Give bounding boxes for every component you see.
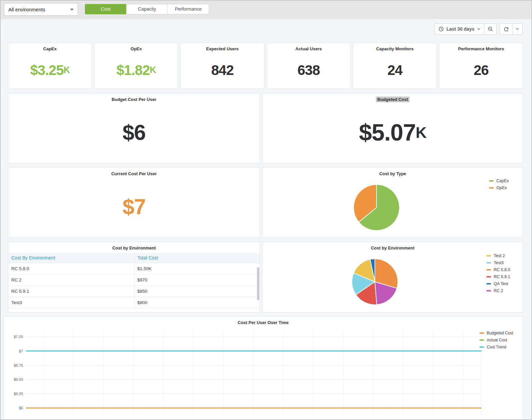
legend-item-test-2[interactable]: Test 2 (486, 253, 510, 258)
refresh-icon (503, 26, 509, 32)
top-bar: All environments CostCapacityPerformance (1, 1, 531, 19)
panel-budgeted-cost: Budgeted Cost $5.07K (262, 93, 523, 163)
panel-title[interactable]: Cost by Environment (8, 242, 260, 251)
stat-number: 24 (388, 62, 402, 78)
legend-swatch (486, 276, 491, 277)
panel-title[interactable]: Expected Users (181, 43, 264, 52)
y-axis-tick: $6.75 (14, 363, 23, 367)
legend-swatch (479, 339, 484, 341)
cost-by-environment-table: Cost By EnvironmentTotal CostRC 5.8.0$1.… (8, 253, 260, 308)
table-cell: $1.50K (134, 263, 260, 274)
environment-dropdown[interactable]: All environments (4, 3, 78, 16)
y-axis-tick: $6.25 (14, 392, 23, 396)
panel-title[interactable]: Current Cost Per User (8, 168, 260, 177)
legend-item-actual-cost[interactable]: Actual Cost (479, 338, 513, 342)
stat-value: $6 (8, 102, 260, 163)
panel-title[interactable]: Cost by Environment (263, 242, 523, 251)
legend-item-qa-test[interactable]: QA Test (486, 281, 510, 286)
stat-panel-performance-monitors: Performance Monitors26 (439, 43, 523, 89)
panel-title[interactable]: Capacity Monitors (353, 43, 436, 52)
stats-row: CapEx$3.25KOpEx$1.82KExpected Users842Ac… (8, 43, 523, 89)
clock-icon (438, 26, 444, 32)
legend-item-test3[interactable]: Test3 (486, 260, 510, 265)
panel-title[interactable]: Performance Monitors (439, 43, 523, 52)
stat-value: $5.07K (263, 102, 523, 163)
table-row: Test3$800 (8, 297, 260, 308)
legend-label: OpEx (496, 186, 507, 190)
panel-title[interactable]: OpEx (95, 43, 178, 52)
legend-swatch (486, 269, 491, 270)
refresh-button[interactable] (500, 23, 512, 35)
stat-value: $7 (8, 177, 260, 237)
panel-current-cost-per-user: Current Cost Per User $7 (8, 168, 260, 237)
legend-item-rc-5-8-0[interactable]: RC 5.8.0 (486, 267, 510, 272)
environment-dropdown-value: All environments (8, 7, 45, 12)
stat-suffix: K (64, 65, 70, 75)
legend-label: Test 2 (494, 253, 505, 258)
time-range-label: Last 30 days (446, 26, 474, 32)
zoom-out-button[interactable] (484, 23, 497, 35)
stat-number: $1.82 (117, 62, 150, 78)
panel-title[interactable]: Budget Cost Per User (8, 94, 260, 102)
legend-swatch (486, 290, 491, 291)
panel-title[interactable]: Actual Users (267, 43, 350, 52)
legend-swatch (479, 332, 484, 334)
stat-number: 638 (297, 62, 320, 78)
cost-by-type-pie-chart[interactable] (352, 183, 401, 232)
table-cell: $850 (134, 286, 260, 297)
legend-item-capex[interactable]: CapEx (489, 179, 509, 183)
tab-capacity[interactable]: Capacity (126, 4, 168, 14)
stat-value: 842 (181, 52, 264, 89)
legend-item-rc-5-9-1[interactable]: RC 5.9.1 (486, 274, 510, 279)
stat-panel-expected-users: Expected Users842 (180, 43, 264, 89)
chevron-down-icon (70, 9, 74, 11)
panel-title[interactable]: Cost Per User Over Time (4, 317, 523, 325)
y-axis-tick: $6 (19, 406, 23, 410)
cost-by-environment-legend: Test 2Test3RC 5.8.0RC 5.9.1QA TestRC 2 (486, 253, 510, 293)
legend-swatch (479, 346, 484, 348)
tab-cost[interactable]: Cost (85, 4, 127, 14)
stat-panel-opex: OpEx$1.82K (94, 43, 178, 89)
table-scrollbar[interactable] (257, 267, 259, 300)
legend-item-budgeted-cost[interactable]: Budgeted Cost (479, 331, 513, 335)
view-tabs: CostCapacityPerformance (85, 4, 209, 14)
legend-item-opex[interactable]: OpEx (489, 186, 509, 190)
column-header-total-cost[interactable]: Total Cost (134, 253, 260, 263)
stat-value: $3.25K (8, 52, 92, 89)
table-cell: RC 5.9.1 (8, 286, 134, 297)
stat-value: 638 (267, 52, 350, 89)
stat-panel-capex: CapEx$3.25K (8, 43, 92, 89)
y-axis-tick: $7 (19, 349, 23, 353)
stat-value: $1.82K (95, 52, 178, 89)
legend-swatch (489, 180, 494, 182)
legend-label: Test3 (494, 260, 504, 265)
stat-suffix: K (150, 65, 156, 75)
cost-per-user-line-chart[interactable]: $7.25$7$6.75$6.50$6.25$6 (4, 326, 524, 420)
stat-value: 26 (439, 52, 523, 89)
refresh-interval-dropdown-button[interactable] (512, 23, 523, 35)
legend-item-rc-2[interactable]: RC 2 (486, 288, 510, 293)
zoom-out-icon (488, 26, 493, 32)
panel-title[interactable]: Cost by Type (263, 168, 523, 177)
legend-label: QA Test (494, 281, 508, 286)
row-cost-over-time: Cost Per User Over Time $7.25$7$6.75$6.5… (3, 316, 523, 420)
column-header-cost-by-environment[interactable]: Cost By Environment (8, 253, 134, 263)
time-range-picker-button[interactable]: Last 30 days (434, 23, 484, 35)
tab-performance[interactable]: Performance (167, 4, 209, 14)
legend-item-cost-trend[interactable]: Cost Trend (479, 345, 513, 349)
stat-value: 24 (353, 52, 436, 89)
stat-panel-actual-users: Actual Users638 (267, 43, 351, 89)
panel-title[interactable]: Budgeted Cost (263, 94, 523, 102)
y-axis-tick: $7.25 (14, 335, 23, 339)
stat-number: $3.25 (30, 62, 64, 78)
cost-by-environment-pie-chart[interactable] (350, 257, 400, 307)
row-budget: Budget Cost Per User $6 Budgeted Cost $5… (8, 93, 523, 163)
panel-cost-by-environment-pie: Cost by Environment Test 2Test3RC 5.8.0R… (262, 242, 523, 312)
table-cell: RC 2 (8, 274, 134, 286)
refresh-controls-group (500, 23, 523, 35)
row-cost-by-environment: Cost by Environment Cost By EnvironmentT… (8, 242, 523, 312)
chevron-down-icon (516, 28, 519, 30)
y-axis-tick: $6.50 (14, 377, 23, 381)
panel-title[interactable]: CapEx (8, 43, 92, 52)
time-controls-group: Last 30 days (434, 23, 497, 35)
